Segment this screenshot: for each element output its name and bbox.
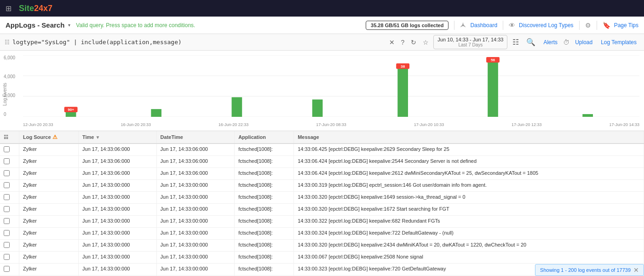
alerts-btn[interactable]: Alerts	[540, 38, 560, 46]
dashboard-icon: 🟀	[460, 22, 466, 29]
col-header-message[interactable]: Message	[294, 131, 644, 144]
row-log-source: Zylker	[19, 264, 79, 276]
y-tick-2000: 2,000	[4, 93, 15, 98]
title-dropdown-arrow[interactable]: ▾	[68, 23, 70, 28]
discovered-log-types-link[interactable]: Discovered Log Types	[519, 22, 574, 29]
row-message: 14:33:00.320 [epctrl:DEBG] keepalive:167…	[294, 204, 644, 216]
row-application: fctsched[1008]:	[235, 264, 294, 276]
svg-text:56: 56	[491, 58, 495, 62]
row-datetime: Jun 17, 14:33:00:000	[156, 228, 235, 240]
table-row[interactable]: Zylker Jun 17, 14:33:00:000 Jun 17, 14:3…	[0, 240, 644, 252]
search-btn[interactable]: 🔍	[524, 37, 538, 47]
row-checkbox[interactable]	[0, 204, 19, 216]
row-checkbox[interactable]	[0, 156, 19, 168]
page-title: AppLogs - Search	[6, 21, 64, 29]
log-templates-btn[interactable]: Log Templates	[598, 38, 639, 46]
svg-rect-10	[397, 69, 408, 117]
col-header-log-source[interactable]: Log Source ⚠	[19, 131, 79, 144]
divider-2	[503, 21, 503, 30]
x-label-3: 17-Jun-20 08:33	[316, 122, 346, 127]
close-query-btn[interactable]: ✕	[387, 38, 397, 47]
table-row[interactable]: Zylker Jun 17, 14:33:06:000 Jun 17, 14:3…	[0, 144, 644, 156]
row-message: 14:33:00.067 [epctrl:DEBG] keepalive:250…	[294, 252, 644, 264]
refresh-query-btn[interactable]: ↻	[409, 38, 418, 47]
row-checkbox[interactable]	[0, 144, 19, 156]
table-row[interactable]: Zylker Jun 17, 14:33:00:000 Jun 17, 14:3…	[0, 204, 644, 216]
table-icon: ☷	[5, 39, 10, 46]
row-time: Jun 17, 14:33:00:000	[79, 264, 157, 276]
row-datetime: Jun 17, 14:33:00:000	[156, 192, 235, 204]
row-application: fctsched[1008]:	[235, 168, 294, 180]
star-query-btn[interactable]: ☆	[421, 38, 431, 47]
x-label-6: 17-Jun-20 14:33	[609, 122, 639, 127]
row-log-source: Zylker	[19, 144, 79, 156]
storage-text: 35.28 GB/51 GB logs collected	[371, 23, 443, 28]
chart-inner: 6,000 4,000 2,000 0 90+ 38	[23, 55, 639, 117]
y-tick-6000: 6,000	[4, 55, 15, 60]
page-tips-link[interactable]: Page Tips	[614, 22, 638, 29]
table-row[interactable]: Zylker Jun 17, 14:33:00:000 Jun 17, 14:3…	[0, 180, 644, 192]
storage-info: 35.28 GB/51 GB logs collected	[366, 21, 448, 30]
y-tick-0: 0	[4, 112, 15, 117]
svg-rect-7	[151, 109, 161, 117]
row-time: Jun 17, 14:33:00:000	[79, 240, 157, 252]
row-message: 14:33:00.320 [epctrl:DEBG] keepalive:243…	[294, 240, 644, 252]
eye-icon: 👁	[509, 22, 515, 29]
log-table: ☷ Log Source ⚠ Time ▼ DateTime Applicati…	[0, 131, 644, 276]
row-checkbox[interactable]	[0, 264, 19, 276]
brand-logo: Site24x7	[19, 4, 52, 13]
table-row[interactable]: Zylker Jun 17, 14:33:00:000 Jun 17, 14:3…	[0, 228, 644, 240]
row-checkbox[interactable]	[0, 240, 19, 252]
row-log-source: Zylker	[19, 228, 79, 240]
row-log-source: Zylker	[19, 252, 79, 264]
row-checkbox[interactable]	[0, 180, 19, 192]
row-checkbox[interactable]	[0, 216, 19, 228]
row-time: Jun 17, 14:33:06:000	[79, 144, 157, 156]
y-ticks: 6,000 4,000 2,000 0	[4, 55, 15, 117]
row-message: 14:33:06.424 [epctrl.log:DEBG] keepalive…	[294, 156, 644, 168]
status-bar: Showing 1 - 200 log events out of 17739 …	[535, 264, 644, 276]
row-time: Jun 17, 14:33:06:000	[79, 156, 157, 168]
table-row[interactable]: Zylker Jun 17, 14:33:06:000 Jun 17, 14:3…	[0, 156, 644, 168]
row-message: 14:33:06.424 [epctrl.log:DEBG] keepalive…	[294, 168, 644, 180]
row-message: 14:33:00.322 [epctrl.log:DEBG] keepalive…	[294, 216, 644, 228]
svg-rect-8	[232, 97, 242, 117]
row-log-source: Zylker	[19, 204, 79, 216]
table-row[interactable]: Zylker Jun 17, 14:33:00:000 Jun 17, 14:3…	[0, 252, 644, 264]
row-application: fctsched[1008]:	[235, 216, 294, 228]
row-checkbox[interactable]	[0, 168, 19, 180]
close-status-btn[interactable]: ✕	[633, 266, 639, 274]
row-application: fctsched[1008]:	[235, 180, 294, 192]
col-header-time[interactable]: Time ▼	[79, 131, 157, 144]
row-checkbox[interactable]	[0, 192, 19, 204]
svg-rect-13	[488, 62, 498, 117]
help-query-btn[interactable]: ?	[399, 38, 407, 47]
row-time: Jun 17, 14:33:06:000	[79, 168, 157, 180]
table-row[interactable]: Zylker Jun 17, 14:33:00:000 Jun 17, 14:3…	[0, 216, 644, 228]
table-row[interactable]: Zylker Jun 17, 14:33:06:000 Jun 17, 14:3…	[0, 168, 644, 180]
search-bar: AppLogs - Search ▾ Valid query. Press sp…	[0, 17, 644, 34]
row-log-source: Zylker	[19, 180, 79, 192]
row-application: fctsched[1008]:	[235, 156, 294, 168]
svg-rect-4	[66, 112, 76, 117]
row-datetime: Jun 17, 14:33:06:000	[156, 144, 235, 156]
table-row[interactable]: Zylker Jun 17, 14:33:00:000 Jun 17, 14:3…	[0, 192, 644, 204]
grid-icon[interactable]: ⊞	[6, 4, 12, 13]
col-header-select: ☷	[0, 131, 19, 144]
sort-arrow-icon: ▼	[96, 135, 100, 140]
row-time: Jun 17, 14:33:00:000	[79, 216, 157, 228]
date-range-box[interactable]: Jun 10, 14:33 - Jun 17, 14:33 Last 7 Day…	[433, 35, 507, 49]
row-message: 14:33:00.319 [epctrl.log:DEBG] epctrl_se…	[294, 180, 644, 192]
upload-btn[interactable]: Upload	[572, 38, 595, 46]
col-header-application[interactable]: Application	[235, 131, 294, 144]
top-nav: ⊞ Site24x7	[0, 0, 644, 17]
row-checkbox[interactable]	[0, 228, 19, 240]
row-application: fctsched[1008]:	[235, 204, 294, 216]
table-view-btn[interactable]: ☷	[510, 37, 521, 47]
row-checkbox[interactable]	[0, 252, 19, 264]
col-header-datetime[interactable]: DateTime	[156, 131, 235, 144]
query-text[interactable]: logtype="SysLog" | include(application,m…	[12, 39, 385, 46]
row-application: fctsched[1008]:	[235, 192, 294, 204]
dashboard-link[interactable]: Dashboard	[470, 22, 497, 29]
query-actions: ✕ ? ↻ ☆ Jun 10, 14:33 - Jun 17, 14:33 La…	[387, 35, 639, 49]
